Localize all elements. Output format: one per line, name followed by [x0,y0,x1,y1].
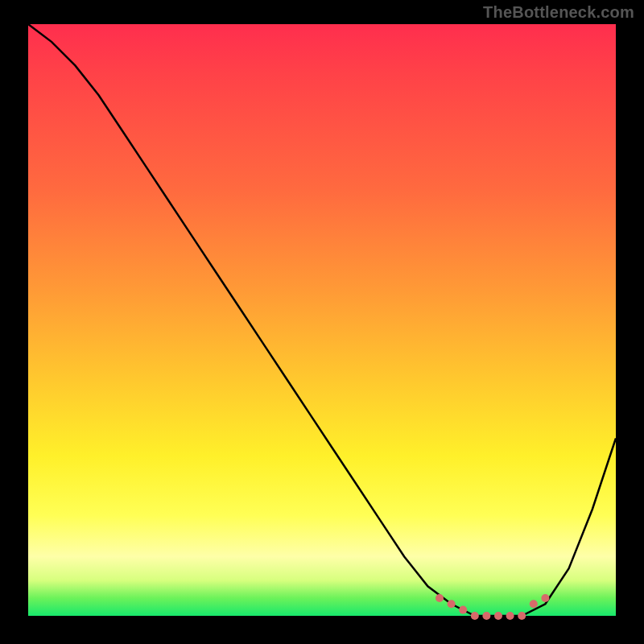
curve-svg [28,24,616,616]
marker-dot [518,612,526,620]
bottleneck-curve [28,24,616,616]
marker-dot [530,600,538,608]
marker-dot [448,600,456,608]
marker-dot [436,594,444,602]
plot-area [28,24,616,616]
marker-dot [506,612,514,620]
marker-dot [471,612,479,620]
marker-dot [541,594,549,602]
marker-dot [459,606,467,614]
marker-dot [482,612,490,620]
chart-frame: TheBottleneck.com [0,0,644,644]
marker-dot [494,612,502,620]
watermark-text: TheBottleneck.com [483,3,634,22]
